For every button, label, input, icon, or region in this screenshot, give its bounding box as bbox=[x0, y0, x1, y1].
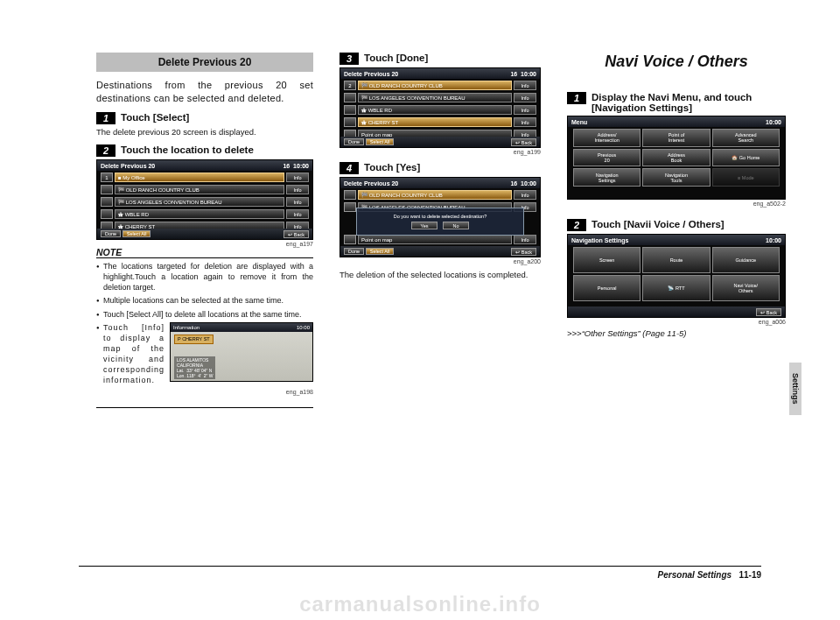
step-label: Touch the location to delete bbox=[121, 144, 254, 155]
crossref: >>>“Other Settings” (Page 11-5) bbox=[567, 328, 786, 338]
menu-tile[interactable]: Screen bbox=[573, 247, 640, 273]
figure-caption: eng_a502-2 bbox=[567, 201, 786, 207]
column-2: 3 Touch [Done] Delete Previous 20 16 10:… bbox=[340, 53, 541, 408]
list-item[interactable]: 🏁 OLD RANCH COUNTRY CLUB bbox=[115, 185, 284, 194]
menu-tile[interactable]: AdvancedSearch bbox=[712, 129, 780, 147]
menu-tile[interactable]: Navi Voice/Others bbox=[712, 275, 780, 301]
info-button[interactable]: Info bbox=[514, 81, 536, 90]
no-button[interactable]: No bbox=[443, 222, 469, 229]
column-3: Navi Voice / Others 1 Display the Navi M… bbox=[567, 53, 786, 408]
info-button[interactable]: Info bbox=[514, 117, 536, 127]
menu-tile[interactable]: Address/Intersection bbox=[573, 129, 640, 147]
info-button[interactable]: Info bbox=[514, 105, 536, 115]
back-button[interactable]: ↩ Back bbox=[511, 138, 536, 146]
step-label: Display the Navi Menu, and touch [Naviga… bbox=[592, 92, 786, 113]
screenshot-done: Delete Previous 20 16 10:00 2🏁 OLD RANCH… bbox=[340, 67, 541, 148]
step-1-sub: The delete previous 20 screen is display… bbox=[96, 127, 313, 137]
step-2: 2 Touch the location to delete bbox=[96, 144, 313, 157]
back-button[interactable]: ↩ Back bbox=[756, 308, 781, 316]
figure-caption: eng_a197 bbox=[96, 241, 313, 247]
info-button[interactable]: Info bbox=[286, 209, 309, 219]
figure-caption: eng_a199 bbox=[340, 149, 541, 155]
menu-tile[interactable]: Previous20 bbox=[573, 149, 640, 167]
note-item: Touch [Info] to display a map of the vic… bbox=[96, 322, 313, 386]
column-1: Delete Previous 20 Destinations from the… bbox=[96, 53, 313, 408]
info-button[interactable]: Info bbox=[514, 93, 536, 102]
done-button[interactable]: Done bbox=[344, 138, 364, 145]
list-item[interactable]: 🛣 CHERRY ST bbox=[358, 117, 512, 127]
select-all-button[interactable]: Select All bbox=[366, 248, 395, 255]
list-item[interactable]: 🏁 OLD RANCH COUNTRY CLUB bbox=[358, 81, 512, 90]
menu-tile[interactable]: Point ofInterest bbox=[642, 129, 710, 147]
confirm-text: Do you want to delete selected destinati… bbox=[394, 214, 486, 219]
menu-tile[interactable]: NavigationTools bbox=[642, 168, 710, 187]
back-button[interactable]: ↩ Back bbox=[511, 248, 536, 256]
list-item[interactable]: 🏁 LOS ANGELES CONVENTION BUREAU bbox=[358, 93, 512, 102]
step-badge: 4 bbox=[340, 162, 359, 174]
step-label: Touch [Yes] bbox=[364, 162, 420, 173]
step-2: 2 Touch [Navii Voice / Others] bbox=[567, 219, 786, 231]
screenshot-menu: Menu 10:00 Address/Intersection Point of… bbox=[567, 116, 786, 200]
info-button[interactable]: Info bbox=[286, 185, 309, 194]
confirm-dialog: Do you want to delete selected destinati… bbox=[356, 208, 524, 236]
step-label: Touch [Done] bbox=[364, 53, 428, 63]
step-4: 4 Touch [Yes] bbox=[340, 162, 541, 174]
menu-tile[interactable]: 🏠 Go Home bbox=[712, 149, 780, 167]
info-button[interactable]: Info bbox=[514, 235, 536, 244]
menu-tile[interactable]: ≡ Mode bbox=[712, 168, 780, 187]
screenshot-time: 10:00 bbox=[766, 119, 781, 125]
menu-tile[interactable]: Route bbox=[642, 247, 710, 273]
list-item[interactable]: 🏁 LOS ANGELES CONVENTION BUREAU bbox=[115, 197, 284, 207]
list-item[interactable]: 🛣 WBLE RD bbox=[358, 105, 512, 115]
intro-text: Destinations from the previous 20 set de… bbox=[96, 79, 313, 105]
note-list: The locations targeted for deletion are … bbox=[96, 261, 313, 386]
menu-tile[interactable]: NavigationSettings bbox=[573, 168, 640, 187]
list-index bbox=[101, 197, 113, 207]
list-item[interactable]: 🛣 WBLE RD bbox=[115, 209, 284, 219]
back-button[interactable]: ↩ Back bbox=[284, 230, 309, 238]
screenshot-meta: 16 10:00 bbox=[283, 163, 309, 169]
select-all-button[interactable]: Select All bbox=[366, 138, 395, 145]
screenshot-title: Delete Previous 20 bbox=[101, 163, 155, 169]
select-all-button[interactable]: Select All bbox=[122, 230, 151, 237]
page: Delete Previous 20 Destinations from the… bbox=[0, 0, 840, 408]
menu-tile[interactable]: AddressBook bbox=[642, 149, 710, 167]
list-index bbox=[101, 209, 113, 219]
screenshot-botbar: ↩ Back bbox=[568, 306, 785, 317]
step-badge: 3 bbox=[340, 53, 359, 65]
menu-tile[interactable]: Personal bbox=[573, 275, 640, 301]
screenshot-map: Information10:00 P CHERRY ST LOS ALAMITO… bbox=[170, 322, 313, 382]
info-button[interactable]: Info bbox=[286, 197, 309, 207]
side-tab: Settings bbox=[789, 363, 802, 415]
figure-caption: eng_a198 bbox=[96, 389, 313, 395]
step-1: 1 Touch [Select] bbox=[96, 112, 313, 124]
map-title: Information bbox=[173, 324, 200, 331]
map-time: 10:00 bbox=[297, 324, 310, 331]
figure-caption: eng_a200 bbox=[340, 258, 541, 264]
footer-section: Personal Settings bbox=[658, 570, 732, 580]
footer: Personal Settings 11-19 bbox=[79, 566, 761, 580]
screenshot-botbar: Done Select All ↩ Back bbox=[340, 137, 540, 147]
screenshot-time: 10:00 bbox=[766, 237, 781, 243]
step-badge: 1 bbox=[567, 92, 586, 104]
section-title: Delete Previous 20 bbox=[96, 53, 313, 72]
list-index: 1 bbox=[101, 173, 113, 182]
done-button[interactable]: Done bbox=[344, 248, 364, 255]
yes-button[interactable]: Yes bbox=[411, 222, 438, 229]
step-3: 3 Touch [Done] bbox=[340, 53, 541, 65]
screenshot-delete-list: Delete Previous 20 16 10:00 1■ My Office… bbox=[96, 159, 313, 240]
menu-tile[interactable]: Guidance bbox=[712, 247, 780, 273]
info-button[interactable]: Info bbox=[514, 190, 536, 200]
screenshot-topbar: Delete Previous 20 16 10:00 bbox=[340, 68, 540, 79]
menu-tile[interactable]: 📡 RTT bbox=[642, 275, 710, 301]
done-button[interactable]: Done bbox=[101, 230, 121, 237]
list-item[interactable]: Point on map bbox=[358, 235, 512, 244]
note-info-text: Touch [Info] to display a map of the vic… bbox=[103, 322, 164, 386]
list-item[interactable]: ■ My Office bbox=[115, 173, 284, 182]
info-button[interactable]: Info bbox=[286, 173, 309, 182]
map-info: LOS ALAMITOSCALIFORNIALat. 33° 48' 04" N… bbox=[174, 356, 215, 379]
list-item[interactable]: 🏁 OLD RANCH COUNTRY CLUB bbox=[358, 190, 512, 200]
note-heading: NOTE bbox=[96, 247, 313, 258]
step-label: Touch [Navii Voice / Others] bbox=[592, 219, 724, 229]
list-index bbox=[101, 185, 113, 194]
